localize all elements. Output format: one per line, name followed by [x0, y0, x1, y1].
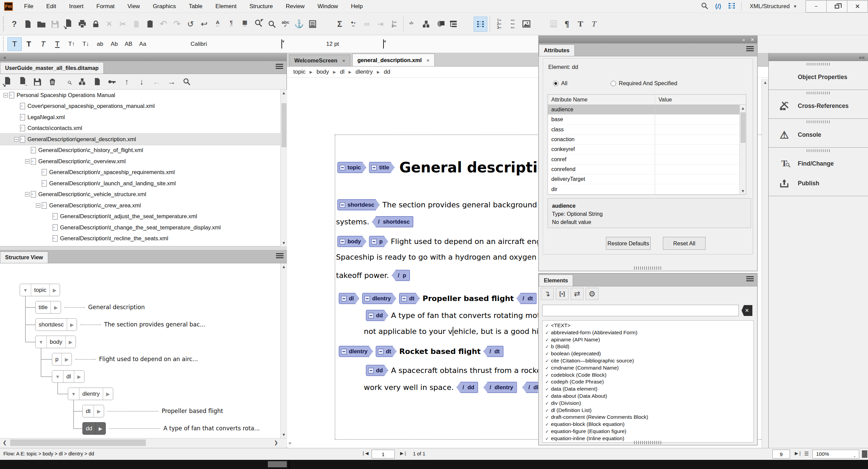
change-element-button[interactable]: ⇄: [571, 288, 584, 300]
attribute-row-deliveryTarget[interactable]: deliveryTarget: [548, 174, 746, 184]
insert-para-element-button[interactable]: ¶▫▫: [224, 17, 238, 32]
panel-menu-icon[interactable]: [276, 64, 283, 70]
structure-node-topic[interactable]: ▼topic▶: [20, 284, 60, 296]
book-tree-item[interactable]: GeneralDescription\t_change_the_seat_tem…: [0, 222, 280, 233]
workspace-mode-select[interactable]: XML/Structured: [750, 3, 790, 10]
menu-structure[interactable]: Structure: [243, 0, 279, 13]
repeat-command-button[interactable]: ↺: [184, 17, 197, 32]
save-button[interactable]: [30, 74, 45, 89]
element-catalog-item[interactable]: ✓data-about (Data About): [545, 393, 753, 400]
structure-node-shortdesc[interactable]: shortdesc▶: [35, 318, 77, 331]
move-left-button[interactable]: ←: [149, 74, 164, 89]
indent-button[interactable]: ⇥: [374, 17, 387, 32]
element-catalog-item[interactable]: ✓data (Data element): [545, 386, 753, 393]
dock-find-change[interactable]: TFind/Change: [769, 154, 868, 173]
style-bold-button[interactable]: T: [22, 37, 36, 51]
toolbar-drag-handle[interactable]: [2, 17, 5, 32]
element-catalog-item[interactable]: ✓draft-comment (Review Comments Block): [545, 414, 753, 421]
breadcrumb-dl[interactable]: dl: [340, 69, 344, 75]
numbered-list-button[interactable]: 1═2═3═: [492, 17, 506, 32]
anchored-frame-button[interactable]: ⚓: [292, 17, 306, 32]
collapse-toggle-icon[interactable]: [25, 192, 29, 196]
save-document-button[interactable]: [48, 17, 62, 32]
book-tree-item[interactable]: Legal\legal.xml: [0, 112, 280, 123]
delete-button[interactable]: ✕: [102, 17, 116, 32]
expand-triangle-icon[interactable]: ▶: [106, 391, 110, 397]
expand-triangle-icon[interactable]: ▶: [77, 374, 81, 379]
book-tree-item[interactable]: GeneralDescription\t_recline_the_seats.x…: [0, 233, 280, 244]
element-start-tag-dlentry[interactable]: dlentry: [339, 346, 373, 357]
book-tree-scrollbar[interactable]: ▲▼: [280, 90, 287, 246]
expand-triangle-icon[interactable]: ▶: [53, 287, 57, 293]
character-italic-button[interactable]: T: [587, 17, 601, 32]
dock-cross-references[interactable]: Cross-References: [769, 96, 868, 116]
code-view-icon[interactable]: ⟨/⟩: [711, 3, 725, 10]
attribute-row-conkeyref[interactable]: conkeyref: [548, 145, 746, 154]
style-underline-button[interactable]: T: [50, 37, 64, 51]
attribute-row-dir[interactable]: dir: [548, 184, 746, 194]
collapse-panel-icon[interactable]: «: [742, 37, 745, 42]
dock-drag-grip[interactable]: [769, 90, 868, 96]
style-italic-button[interactable]: T: [36, 37, 50, 51]
breadcrumb-body[interactable]: body: [316, 69, 329, 75]
structure-node-dd[interactable]: dd▶: [82, 422, 106, 435]
dock-publish[interactable]: Publish: [769, 173, 868, 193]
collapse-toggle-icon[interactable]: [25, 159, 29, 164]
element-catalog-item[interactable]: ✓equation-figure (Equation figure): [545, 428, 753, 435]
element-catalog-item[interactable]: ✓boolean (deprecated): [545, 350, 753, 357]
insert-table-element-button[interactable]: ▦▫▫: [238, 17, 252, 32]
menu-graphics[interactable]: Graphics: [146, 0, 182, 13]
collapse-toggle-icon[interactable]: [36, 203, 40, 208]
import-document-button[interactable]: ↘: [62, 17, 75, 32]
redo-button[interactable]: ↷: [170, 17, 184, 32]
menu-view[interactable]: View: [121, 0, 146, 13]
move-up-button[interactable]: ↑: [119, 74, 134, 89]
collapse-element-icon[interactable]: [368, 368, 374, 373]
book-tree-item[interactable]: GeneralDescription\t_adjust_the_seat_tem…: [0, 211, 280, 222]
collapse-element-icon[interactable]: [364, 296, 370, 301]
zoom-in-button[interactable]: [862, 450, 867, 458]
paste-button[interactable]: [143, 17, 157, 32]
collapse-element-icon[interactable]: [371, 165, 377, 170]
book-tree-item[interactable]: Cover\personal_spaceship_operations_manu…: [0, 101, 280, 112]
toolbar-drag-handle[interactable]: [2, 37, 5, 52]
element-end-tag-p[interactable]: /p: [392, 270, 410, 281]
attribute-row-class[interactable]: class: [548, 125, 746, 135]
element-start-tag-dl[interactable]: dl: [339, 293, 359, 304]
add-file-button[interactable]: ↘: [0, 74, 15, 89]
element-start-tag-topic[interactable]: topic: [337, 162, 366, 173]
menu-edit[interactable]: Edit: [40, 0, 62, 13]
attribute-row-audience[interactable]: audience: [548, 105, 746, 115]
elements-tab[interactable]: Elements: [539, 275, 573, 286]
book-tree-item[interactable]: GeneralDescription\general_description.x…: [0, 134, 280, 145]
preview-doc-button[interactable]: [60, 74, 75, 89]
trash-button[interactable]: [45, 74, 60, 89]
search-button[interactable]: [179, 74, 194, 89]
element-start-tag-dlentry[interactable]: dlentry: [362, 293, 396, 304]
collapse-element-icon[interactable]: [340, 165, 345, 170]
element-catalog-item[interactable]: ✓equation-block (Block equation): [545, 421, 753, 428]
attributes-tab[interactable]: Attributes: [539, 44, 575, 56]
element-catalog-item[interactable]: ✓apiname (API Name): [545, 336, 753, 343]
show-paragraph-marks-button[interactable]: ¶: [560, 17, 574, 32]
style-capitalize-button[interactable]: Aa: [136, 37, 150, 51]
expand-triangle-icon[interactable]: ▶: [54, 305, 58, 310]
structure-scrollbar-v[interactable]: ▲▼: [280, 263, 287, 438]
breadcrumb-topic[interactable]: topic: [293, 69, 305, 75]
font-size-select[interactable]: 12 pt▼: [306, 39, 391, 49]
structure-tools-button[interactable]: [447, 17, 460, 32]
object-styles-button[interactable]: [433, 17, 447, 32]
menu-window[interactable]: Window: [311, 0, 344, 13]
line-number-input[interactable]: [772, 450, 790, 458]
cut-button[interactable]: ✂: [116, 17, 130, 32]
master-pages-button[interactable]: [306, 17, 319, 32]
attribute-row-conref[interactable]: conref: [548, 154, 746, 164]
breadcrumb-dd[interactable]: dd: [384, 69, 390, 75]
minimize-button[interactable]: −: [806, 0, 827, 13]
move-right-button[interactable]: →: [164, 74, 179, 89]
radio-required-and-specified[interactable]: Required And Specified: [611, 80, 677, 87]
panel-menu-icon[interactable]: [746, 46, 754, 52]
copy-button[interactable]: [130, 17, 143, 32]
structure-node-dlentry[interactable]: ▼dlentry▶: [68, 388, 113, 400]
element-start-tag-shortdesc[interactable]: shortdesc: [337, 199, 380, 210]
